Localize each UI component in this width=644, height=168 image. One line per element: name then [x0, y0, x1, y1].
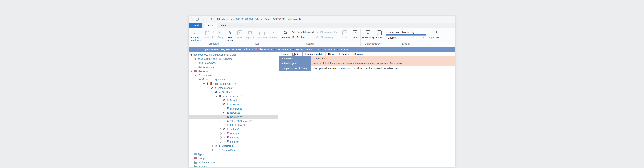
undo-dropdown-icon[interactable]: ▾: [203, 18, 204, 20]
tree-row-xs-sequence[interactable]: ⚙sxs:sequence *: [189, 86, 278, 90]
menu-tab-start[interactable]: Start: [204, 23, 217, 28]
breadcrumb-item-ctrlsum[interactable]: ECtrlSum: [336, 48, 348, 51]
tree-row-grphdr[interactable]: ⚙EGrpHdr *: [189, 90, 278, 94]
tree-row-attributes[interactable]: Attributes: [189, 164, 278, 167]
chevron-down-icon[interactable]: [194, 75, 198, 76]
B-node-icon: B: [193, 57, 197, 60]
breadcrumb-item-elements[interactable]: Elements: [254, 48, 269, 51]
chevron-down-icon[interactable]: [214, 96, 218, 97]
chevron-right-icon[interactable]: [190, 66, 193, 68]
ribbon-button-remove[interactable]: ×Remove▾: [268, 29, 279, 41]
ribbon-group-label: [340, 42, 349, 46]
ribbon-button-change-window[interactable]: ←Changewindow▾: [190, 29, 202, 42]
chevron-down-icon[interactable]: [190, 71, 193, 72]
save-icon[interactable]: [196, 18, 198, 21]
tree-row-cdttrftxinf[interactable]: ⚙ECdtTrfTxInf: [189, 144, 278, 148]
tree-row-btchbookg[interactable]: ●EBtchBookg: [189, 106, 278, 111]
redo-dropdown-icon[interactable]: ▾: [209, 18, 210, 20]
customize-toolbar-icon[interactable]: ▾: [211, 18, 212, 20]
tree-row-types[interactable]: Types: [189, 152, 278, 156]
detail-tab-notes[interactable]: Notes: [292, 52, 302, 56]
chevron-right-icon[interactable]: [219, 120, 222, 122]
ribbon-button-search-forward[interactable]: Search forward: [291, 29, 314, 35]
tree-row-ctrlsum[interactable]: ●ECtrlSum **: [189, 115, 278, 119]
chevron-right-icon[interactable]: [190, 58, 193, 60]
chevron-right-icon[interactable]: [210, 149, 214, 151]
detail-tab-children[interactable]: Children: [352, 52, 365, 56]
chevron-down-icon[interactable]: [202, 83, 206, 84]
tree-row-nboftxs[interactable]: ⚙ENbOfTxs: [189, 111, 278, 115]
tree-row-document[interactable]: EDocument *: [189, 73, 278, 77]
ribbon-button-publishing[interactable]: ↥Publishing▾: [361, 29, 375, 41]
ribbon-button-cut[interactable]: ✂Cut: [212, 29, 224, 35]
ribbon-button-duplicate[interactable]: Duplicate▾: [244, 29, 256, 41]
ribbon-button-export[interactable]: →Export▾: [375, 29, 384, 41]
forward-button[interactable]: →: [196, 48, 198, 51]
ribbon-button-show-ancestors[interactable]: λShow ancestors: [314, 29, 339, 35]
tree-row-xs-sequence[interactable]: ⚙sxs:sequence *: [189, 94, 278, 98]
ribbon-button-new[interactable]: ≡New▾: [236, 29, 244, 41]
back-button[interactable]: ←: [190, 48, 193, 51]
tree-row-xml-attributes[interactable]: SXML Attributes: [189, 65, 278, 69]
field-value-name-en[interactable]: Control Sum: [311, 56, 455, 61]
field-value-definition-en[interactable]: Total of all individual amounts included…: [311, 61, 455, 66]
menu-tab-view[interactable]: View: [217, 23, 229, 28]
tree-row-intrbksttlmdt[interactable]: ●EIntrBkSttlmDt: [189, 123, 278, 127]
up-button[interactable]: ↑: [201, 48, 202, 51]
ribbon-button-operation[interactable]: Operation▾: [428, 29, 441, 41]
tree-row-xs-sequence[interactable]: ⚙sxs:sequence *: [189, 77, 278, 82]
chevron-down-icon[interactable]: [198, 79, 202, 80]
breadcrumb-item-fitoficstmrcdttrf[interactable]: EFIToFICstmrCdtTrf: [293, 48, 316, 51]
tree-row-msgid[interactable]: ⚙EMsgId: [189, 98, 278, 102]
field-value-company-specific-en[interactable]: The optional element "Control Sum" shall…: [311, 66, 455, 71]
menu-tab-datei[interactable]: Datei: [189, 23, 202, 28]
undo-icon[interactable]: ↶: [200, 18, 202, 21]
ribbon-button-edit-mode[interactable]: ✎Editmode: [226, 29, 234, 42]
ribbon-button-copy[interactable]: Copy: [212, 35, 224, 40]
E-node-icon: E: [218, 148, 222, 151]
language-select[interactable]: English▾: [386, 36, 426, 40]
tree-row-sttlminf[interactable]: ⚙ESttlmInf: [189, 127, 278, 131]
tree-row-groups[interactable]: Groups: [189, 156, 278, 160]
redo-icon[interactable]: ↷: [206, 18, 208, 21]
ribbon-button-rename[interactable]: IRename: [256, 29, 268, 39]
tree-row-fitoficstmrcdttrf[interactable]: ⚙EFIToFICstmrCdtTrf *: [189, 82, 278, 86]
tree-row-ttlintrbksttlmamt[interactable]: ●ETtlIntrBkSttlmAmt **: [189, 119, 278, 123]
chevron-right-icon[interactable]: [219, 133, 222, 134]
tree-row-instgagt[interactable]: ●EInstgAgt: [189, 135, 278, 140]
tree-row-xsd-data-types[interactable]: SXSD Data types: [189, 61, 278, 65]
chevron-down-icon: ▾: [379, 39, 380, 41]
tree-row-pmttpinf[interactable]: ●EPmtTpInf: [189, 131, 278, 135]
detail-tab-external-code-lists[interactable]: External code lists: [302, 52, 326, 56]
breadcrumb-item-grphdr[interactable]: EGrpHdr: [321, 48, 332, 51]
detail-tab-codes[interactable]: Codes: [326, 52, 337, 56]
chevron-down-icon[interactable]: [206, 87, 210, 88]
display-filter-select[interactable]: Show used objects only▾: [386, 30, 426, 35]
ribbon-button-goto[interactable]: ↗Goto▾: [340, 29, 349, 41]
tree-row-attributegroups[interactable]: AttributeGroups: [189, 160, 278, 164]
breadcrumb-item-document[interactable]: EDocument: [274, 48, 288, 51]
chevron-right-icon[interactable]: [210, 145, 214, 147]
ribbon-button-show-usage[interactable]: ⊚Show usage▾: [314, 35, 339, 40]
chevron-right-icon[interactable]: [219, 137, 222, 138]
breadcrumb-item-pacs-008-001-09-xml-schema-guide[interactable]: pacs.008.001.09; XML Schema; Guide: [205, 48, 250, 51]
tree-row-elements[interactable]: Elements *: [189, 69, 278, 73]
detail-tab-enhanced[interactable]: Enhanced: [337, 52, 352, 56]
ribbon-button-check[interactable]: ✓Check: [350, 29, 360, 39]
tree-node-label: Attributes: [198, 165, 208, 167]
tree-row-credttm[interactable]: ⚙ECreDtTm: [189, 102, 278, 106]
ribbon-button-paste[interactable]: Paste▾: [203, 29, 212, 41]
tree-row-instdagt[interactable]: ●EInstdAgt: [189, 140, 278, 144]
chevron-right-icon[interactable]: [219, 141, 222, 142]
ribbon-button-replace[interactable]: ⊞Replace: [291, 35, 314, 40]
check-icon: ✓: [353, 30, 358, 35]
ribbon-button-search[interactable]: Search: [281, 29, 291, 39]
tree-row-pacs-008-001-09-xml-schema[interactable]: Bpacs.008.001.09; XML Schema: [189, 57, 278, 61]
detail-tab-element[interactable]: Element: [279, 52, 292, 56]
tree-row-pacs-008-001-09-xml-schema-guide[interactable]: Spacs.008.001.09; XML Schema; Guide: [189, 53, 278, 57]
chevron-right-icon[interactable]: [219, 128, 222, 130]
tree-row-splmtrydata[interactable]: ●ESplmtryData: [189, 148, 278, 152]
chevron-right-icon[interactable]: [190, 62, 193, 64]
chevron-down-icon[interactable]: [210, 92, 214, 92]
chevron-right-icon[interactable]: [190, 153, 193, 155]
